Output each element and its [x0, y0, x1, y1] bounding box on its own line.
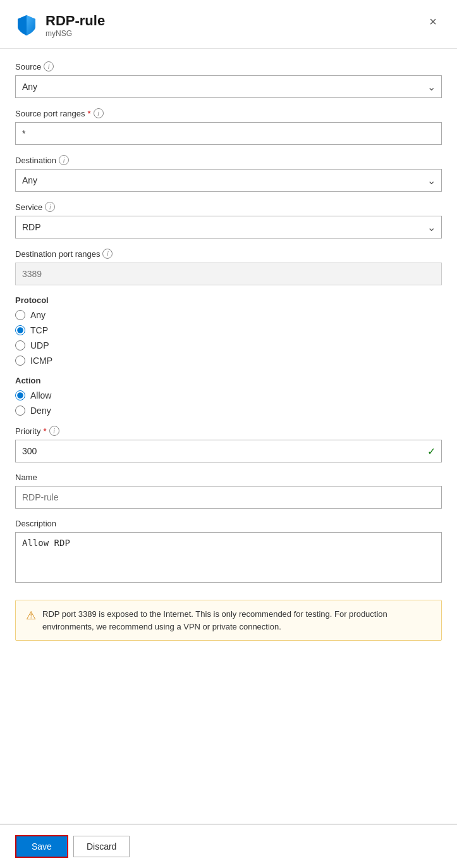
- source-info-icon[interactable]: i: [44, 61, 54, 71]
- panel-subtitle: myNSG: [46, 29, 105, 38]
- source-port-info-icon[interactable]: i: [94, 108, 104, 118]
- dest-port-label: Destination port ranges i: [15, 249, 442, 259]
- action-radio-group: Allow Deny: [15, 390, 442, 416]
- protocol-any-item[interactable]: Any: [15, 310, 442, 320]
- action-allow-item[interactable]: Allow: [15, 390, 442, 400]
- destination-info-icon[interactable]: i: [59, 155, 69, 165]
- protocol-tcp-label: TCP: [30, 325, 48, 335]
- service-info-icon[interactable]: i: [45, 202, 55, 212]
- description-textarea[interactable]: Allow RDP: [15, 532, 442, 583]
- priority-input-wrapper: ✓: [15, 440, 442, 462]
- discard-button[interactable]: Discard: [73, 836, 130, 857]
- action-deny-radio[interactable]: [15, 406, 25, 416]
- source-select-wrapper: Any IP Addresses Service Tag My IP addre…: [15, 75, 442, 98]
- shield-icon: [15, 14, 38, 37]
- action-allow-radio[interactable]: [15, 390, 25, 400]
- priority-required: *: [43, 426, 46, 436]
- service-label: Service i: [15, 202, 442, 212]
- protocol-any-label: Any: [30, 310, 46, 320]
- action-label: Action: [15, 376, 442, 385]
- destination-select[interactable]: Any IP Addresses Service Tag Application…: [15, 169, 442, 192]
- service-select-wrapper: RDP Custom HTTP HTTPS SSH MSSQL ⌄: [15, 216, 442, 239]
- description-field-group: Description Allow RDP: [15, 519, 442, 585]
- protocol-icmp-item[interactable]: ICMP: [15, 356, 442, 366]
- priority-input[interactable]: [15, 440, 442, 462]
- destination-select-wrapper: Any IP Addresses Service Tag Application…: [15, 169, 442, 192]
- save-button[interactable]: Save: [15, 835, 68, 858]
- name-label: Name: [15, 473, 442, 482]
- destination-label: Destination i: [15, 155, 442, 165]
- service-select[interactable]: RDP Custom HTTP HTTPS SSH MSSQL: [15, 216, 442, 239]
- name-input[interactable]: [15, 486, 442, 509]
- priority-label: Priority * i: [15, 426, 442, 436]
- action-allow-label: Allow: [30, 390, 51, 400]
- action-field-group: Action Allow Deny: [15, 376, 442, 416]
- panel-footer: Save Discard: [0, 824, 457, 868]
- protocol-icmp-label: ICMP: [30, 356, 52, 366]
- source-field-group: Source i Any IP Addresses Service Tag My…: [15, 61, 442, 98]
- action-deny-item[interactable]: Deny: [15, 406, 442, 416]
- warning-text: RDP port 3389 is exposed to the Internet…: [42, 608, 431, 633]
- rdp-rule-panel: RDP-rule myNSG × Source i Any IP Address…: [0, 0, 457, 868]
- action-deny-label: Deny: [30, 406, 51, 416]
- panel-title: RDP-rule: [46, 13, 105, 29]
- dest-port-input: [15, 263, 442, 285]
- warning-icon: ⚠: [26, 609, 36, 623]
- source-port-field-group: Source port ranges * i: [15, 108, 442, 145]
- protocol-icmp-radio[interactable]: [15, 356, 25, 366]
- source-port-input[interactable]: [15, 122, 442, 145]
- protocol-tcp-item[interactable]: TCP: [15, 325, 442, 335]
- source-port-label: Source port ranges * i: [15, 108, 442, 118]
- name-field-group: Name: [15, 473, 442, 509]
- service-field-group: Service i RDP Custom HTTP HTTPS SSH MSSQ…: [15, 202, 442, 239]
- protocol-field-group: Protocol Any TCP UDP ICMP: [15, 295, 442, 366]
- form-spacer: [15, 651, 442, 811]
- destination-field-group: Destination i Any IP Addresses Service T…: [15, 155, 442, 192]
- form-body: Source i Any IP Addresses Service Tag My…: [0, 49, 457, 824]
- dest-port-field-group: Destination port ranges i: [15, 249, 442, 285]
- priority-info-icon[interactable]: i: [49, 426, 59, 436]
- close-button[interactable]: ×: [424, 13, 442, 30]
- protocol-label: Protocol: [15, 295, 442, 305]
- source-label: Source i: [15, 61, 442, 71]
- title-block: RDP-rule myNSG: [46, 13, 105, 38]
- header-left: RDP-rule myNSG: [15, 13, 105, 38]
- panel-header: RDP-rule myNSG ×: [0, 0, 457, 48]
- warning-box: ⚠ RDP port 3389 is exposed to the Intern…: [15, 600, 442, 641]
- source-port-required: *: [88, 109, 91, 118]
- priority-check-icon: ✓: [427, 445, 436, 457]
- description-label: Description: [15, 519, 442, 528]
- protocol-radio-group: Any TCP UDP ICMP: [15, 310, 442, 366]
- protocol-udp-item[interactable]: UDP: [15, 340, 442, 350]
- protocol-tcp-radio[interactable]: [15, 325, 25, 335]
- dest-port-info-icon[interactable]: i: [102, 249, 113, 259]
- priority-field-group: Priority * i ✓: [15, 426, 442, 462]
- protocol-any-radio[interactable]: [15, 310, 25, 320]
- source-select[interactable]: Any IP Addresses Service Tag My IP addre…: [15, 75, 442, 98]
- protocol-udp-radio[interactable]: [15, 340, 25, 350]
- protocol-udp-label: UDP: [30, 340, 49, 350]
